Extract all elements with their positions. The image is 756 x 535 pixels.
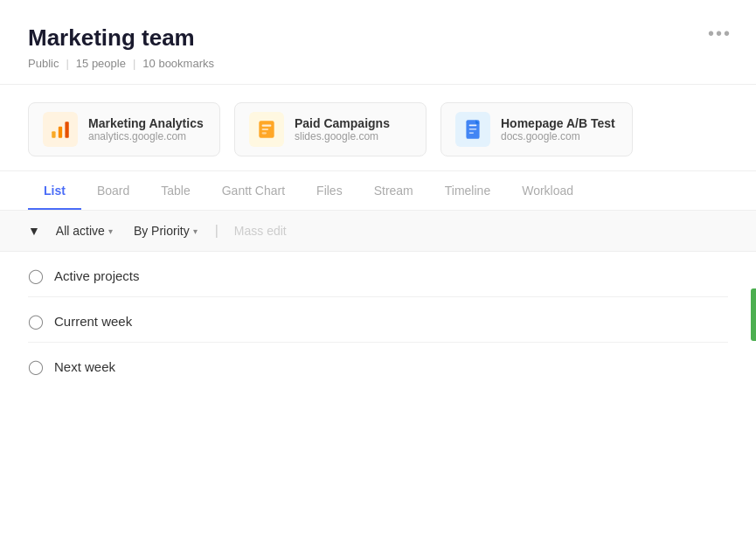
group-name-next-week: Next week: [54, 359, 115, 374]
folder-icon-active-projects: ◯: [28, 268, 44, 284]
tab-table[interactable]: Table: [145, 171, 205, 210]
docs-icon-wrapper: [455, 112, 490, 147]
more-options-button[interactable]: •••: [708, 24, 732, 42]
list-item-current-week[interactable]: ◯ Current week: [28, 297, 728, 343]
bookmarks-section: Marketing Analytics analytics.google.com…: [0, 85, 756, 171]
tab-list[interactable]: List: [28, 171, 81, 210]
svg-rect-4: [262, 125, 272, 127]
bookmark-card-docs[interactable]: Homepage A/B Test docs.google.com: [440, 102, 633, 156]
svg-rect-1: [59, 127, 62, 138]
svg-rect-6: [262, 132, 267, 134]
docs-icon: [461, 118, 484, 141]
filter-funnel-icon: ▼: [28, 224, 40, 238]
bookmark-url-slides: slides.google.com: [295, 130, 390, 142]
meta-separator-1: |: [66, 57, 68, 70]
by-priority-sort-button[interactable]: By Priority ▾: [125, 219, 206, 242]
analytics-icon: [49, 118, 72, 141]
slides-icon-wrapper: [249, 112, 284, 147]
mass-edit-button[interactable]: Mass edit: [227, 219, 294, 242]
visibility-label: Public: [28, 57, 59, 70]
bookmark-text-slides: Paid Campaigns slides.google.com: [295, 116, 390, 142]
svg-rect-9: [469, 129, 477, 130]
by-priority-label: By Priority: [134, 224, 190, 238]
tabs-section: List Board Table Gantt Chart Files Strea…: [0, 171, 756, 211]
bookmark-name-analytics: Marketing Analytics: [88, 116, 204, 130]
svg-rect-2: [65, 122, 68, 137]
tab-board[interactable]: Board: [81, 171, 145, 210]
list-section: ◯ Active projects ◯ Current week ◯ Next …: [0, 252, 756, 535]
page-title: Marketing team: [28, 24, 728, 52]
folder-icon-next-week: ◯: [28, 358, 44, 375]
right-accent-bar: [751, 288, 756, 341]
list-item-next-week[interactable]: ◯ Next week: [28, 343, 728, 387]
bookmark-text-analytics: Marketing Analytics analytics.google.com: [88, 116, 204, 142]
group-name-active-projects: Active projects: [54, 268, 140, 283]
bookmark-text-docs: Homepage A/B Test docs.google.com: [501, 116, 615, 142]
svg-rect-5: [262, 129, 269, 130]
slides-icon: [255, 118, 278, 141]
bookmark-url-analytics: analytics.google.com: [88, 130, 204, 142]
svg-rect-0: [52, 131, 55, 138]
tab-files[interactable]: Files: [301, 171, 358, 210]
bookmark-name-slides: Paid Campaigns: [295, 116, 390, 130]
list-item-active-projects[interactable]: ◯ Active projects: [28, 252, 728, 297]
header: Marketing team Public | 15 people | 10 b…: [0, 0, 756, 85]
tab-gantt-chart[interactable]: Gantt Chart: [206, 171, 301, 210]
filter-bar: ▼ All active ▾ By Priority ▾ | Mass edit: [0, 211, 756, 252]
meta-separator-2: |: [133, 57, 135, 70]
by-priority-chevron-icon: ▾: [193, 226, 198, 236]
people-count: 15 people: [76, 57, 126, 70]
folder-icon-current-week: ◯: [28, 313, 44, 330]
page-container: Marketing team Public | 15 people | 10 b…: [0, 0, 756, 535]
bookmarks-count: 10 bookmarks: [142, 57, 214, 70]
svg-rect-8: [469, 125, 477, 127]
filter-separator: |: [215, 223, 218, 239]
analytics-icon-wrapper: [43, 112, 78, 147]
all-active-chevron-icon: ▾: [108, 226, 113, 236]
group-name-current-week: Current week: [54, 314, 132, 329]
all-active-label: All active: [56, 224, 105, 238]
bookmark-card-analytics[interactable]: Marketing Analytics analytics.google.com: [28, 102, 220, 156]
bookmark-name-docs: Homepage A/B Test: [501, 116, 615, 130]
bookmark-url-docs: docs.google.com: [501, 130, 615, 142]
all-active-filter-button[interactable]: All active ▾: [47, 219, 121, 242]
header-meta: Public | 15 people | 10 bookmarks: [28, 57, 728, 70]
tab-workload[interactable]: Workload: [506, 171, 589, 210]
tab-timeline[interactable]: Timeline: [429, 171, 506, 210]
bookmark-card-slides[interactable]: Paid Campaigns slides.google.com: [234, 102, 427, 156]
tab-stream[interactable]: Stream: [358, 171, 429, 210]
svg-rect-10: [469, 132, 474, 134]
